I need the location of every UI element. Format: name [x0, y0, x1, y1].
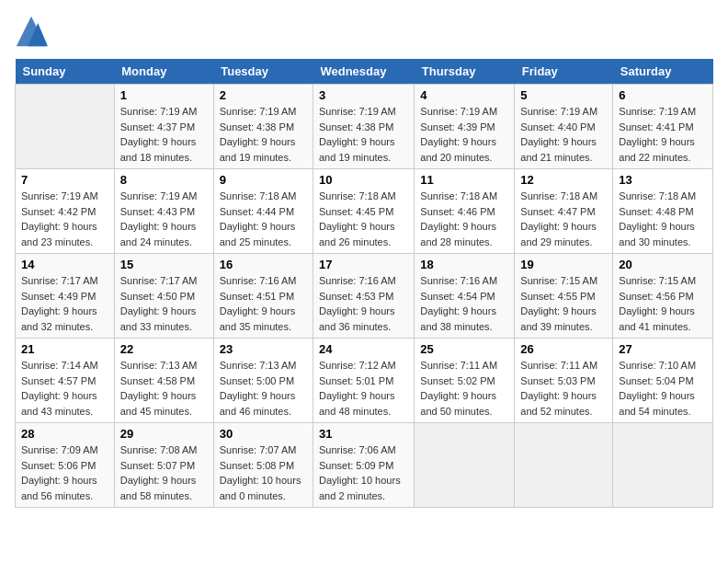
header-cell-saturday: Saturday [613, 59, 713, 85]
day-number: 21 [21, 342, 108, 356]
day-cell: 12Sunrise: 7:18 AMSunset: 4:47 PMDayligh… [515, 169, 613, 254]
day-number: 10 [319, 173, 408, 187]
day-number: 7 [21, 173, 108, 187]
logo [15, 15, 51, 48]
week-row-2: 7Sunrise: 7:19 AMSunset: 4:42 PMDaylight… [16, 169, 713, 254]
day-info: Sunrise: 7:11 AMSunset: 5:03 PMDaylight:… [520, 358, 607, 419]
day-cell: 29Sunrise: 7:08 AMSunset: 5:07 PMDayligh… [114, 423, 213, 508]
header [15, 15, 713, 48]
day-cell: 25Sunrise: 7:11 AMSunset: 5:02 PMDayligh… [415, 339, 515, 423]
day-cell: 8Sunrise: 7:19 AMSunset: 4:43 PMDaylight… [114, 169, 213, 254]
day-number: 15 [120, 258, 208, 271]
day-number: 27 [619, 342, 707, 356]
day-info: Sunrise: 7:12 AMSunset: 5:01 PMDaylight:… [319, 358, 408, 419]
day-cell: 28Sunrise: 7:09 AMSunset: 5:06 PMDayligh… [16, 423, 115, 508]
header-cell-wednesday: Wednesday [313, 59, 414, 85]
day-cell: 16Sunrise: 7:16 AMSunset: 4:51 PMDayligh… [213, 254, 313, 339]
day-info: Sunrise: 7:13 AMSunset: 5:00 PMDaylight:… [220, 358, 307, 419]
day-cell: 2Sunrise: 7:19 AMSunset: 4:38 PMDaylight… [213, 85, 313, 169]
calendar-table: SundayMondayTuesdayWednesdayThursdayFrid… [15, 59, 713, 508]
day-info: Sunrise: 7:18 AMSunset: 4:47 PMDaylight:… [520, 189, 607, 249]
day-number: 29 [120, 427, 208, 441]
week-row-5: 28Sunrise: 7:09 AMSunset: 5:06 PMDayligh… [16, 423, 713, 508]
day-cell: 31Sunrise: 7:06 AMSunset: 5:09 PMDayligh… [313, 423, 414, 508]
day-number: 24 [319, 342, 408, 356]
day-cell [515, 423, 613, 508]
day-number: 26 [520, 342, 607, 356]
day-number: 1 [120, 88, 208, 102]
day-info: Sunrise: 7:16 AMSunset: 4:54 PMDaylight:… [420, 273, 508, 334]
day-cell: 15Sunrise: 7:17 AMSunset: 4:50 PMDayligh… [114, 254, 213, 339]
day-cell: 6Sunrise: 7:19 AMSunset: 4:41 PMDaylight… [613, 85, 713, 169]
day-number: 14 [21, 258, 108, 271]
day-number: 28 [21, 427, 108, 441]
day-cell: 5Sunrise: 7:19 AMSunset: 4:40 PMDaylight… [515, 85, 613, 169]
day-number: 12 [520, 173, 607, 187]
day-info: Sunrise: 7:15 AMSunset: 4:56 PMDaylight:… [619, 273, 707, 334]
day-cell: 4Sunrise: 7:19 AMSunset: 4:39 PMDaylight… [415, 85, 515, 169]
day-cell: 19Sunrise: 7:15 AMSunset: 4:55 PMDayligh… [515, 254, 613, 339]
day-info: Sunrise: 7:18 AMSunset: 4:45 PMDaylight:… [319, 189, 408, 249]
day-info: Sunrise: 7:08 AMSunset: 5:07 PMDaylight:… [120, 442, 208, 503]
day-info: Sunrise: 7:15 AMSunset: 4:55 PMDaylight:… [520, 273, 607, 334]
day-cell: 21Sunrise: 7:14 AMSunset: 4:57 PMDayligh… [16, 339, 115, 423]
day-number: 23 [220, 342, 307, 356]
logo-icon [15, 15, 48, 48]
day-cell: 11Sunrise: 7:18 AMSunset: 4:46 PMDayligh… [415, 169, 515, 254]
day-number: 6 [619, 88, 707, 102]
week-row-3: 14Sunrise: 7:17 AMSunset: 4:49 PMDayligh… [16, 254, 713, 339]
day-number: 5 [520, 88, 607, 102]
day-info: Sunrise: 7:19 AMSunset: 4:39 PMDaylight:… [420, 104, 508, 165]
day-cell: 14Sunrise: 7:17 AMSunset: 4:49 PMDayligh… [16, 254, 115, 339]
day-cell: 18Sunrise: 7:16 AMSunset: 4:54 PMDayligh… [415, 254, 515, 339]
day-cell: 27Sunrise: 7:10 AMSunset: 5:04 PMDayligh… [613, 339, 713, 423]
day-info: Sunrise: 7:10 AMSunset: 5:04 PMDaylight:… [619, 358, 707, 419]
day-info: Sunrise: 7:16 AMSunset: 4:53 PMDaylight:… [319, 273, 408, 334]
day-cell: 26Sunrise: 7:11 AMSunset: 5:03 PMDayligh… [515, 339, 613, 423]
day-cell: 13Sunrise: 7:18 AMSunset: 4:48 PMDayligh… [613, 169, 713, 254]
day-info: Sunrise: 7:17 AMSunset: 4:50 PMDaylight:… [120, 273, 208, 334]
day-number: 25 [420, 342, 508, 356]
day-number: 11 [420, 173, 508, 187]
day-info: Sunrise: 7:07 AMSunset: 5:08 PMDaylight:… [220, 442, 307, 503]
day-info: Sunrise: 7:09 AMSunset: 5:06 PMDaylight:… [21, 442, 108, 503]
day-cell: 22Sunrise: 7:13 AMSunset: 4:58 PMDayligh… [114, 339, 213, 423]
day-info: Sunrise: 7:19 AMSunset: 4:37 PMDaylight:… [120, 104, 208, 165]
day-number: 13 [619, 173, 707, 187]
day-cell: 9Sunrise: 7:18 AMSunset: 4:44 PMDaylight… [213, 169, 313, 254]
day-cell [415, 423, 515, 508]
day-number: 20 [619, 258, 707, 271]
day-number: 18 [420, 258, 508, 271]
day-info: Sunrise: 7:19 AMSunset: 4:40 PMDaylight:… [520, 104, 607, 165]
day-info: Sunrise: 7:19 AMSunset: 4:43 PMDaylight:… [120, 189, 208, 249]
header-cell-friday: Friday [515, 59, 613, 85]
header-cell-sunday: Sunday [16, 59, 115, 85]
day-number: 22 [120, 342, 208, 356]
day-number: 4 [420, 88, 508, 102]
day-number: 3 [319, 88, 408, 102]
day-info: Sunrise: 7:17 AMSunset: 4:49 PMDaylight:… [21, 273, 108, 334]
header-row: SundayMondayTuesdayWednesdayThursdayFrid… [16, 59, 713, 85]
header-cell-tuesday: Tuesday [213, 59, 313, 85]
day-info: Sunrise: 7:11 AMSunset: 5:02 PMDaylight:… [420, 358, 508, 419]
day-info: Sunrise: 7:19 AMSunset: 4:38 PMDaylight:… [220, 104, 307, 165]
day-cell [16, 85, 115, 169]
day-cell: 17Sunrise: 7:16 AMSunset: 4:53 PMDayligh… [313, 254, 414, 339]
day-info: Sunrise: 7:16 AMSunset: 4:51 PMDaylight:… [220, 273, 307, 334]
day-number: 8 [120, 173, 208, 187]
header-cell-thursday: Thursday [415, 59, 515, 85]
day-number: 17 [319, 258, 408, 271]
day-number: 2 [220, 88, 307, 102]
day-info: Sunrise: 7:19 AMSunset: 4:42 PMDaylight:… [21, 189, 108, 249]
week-row-1: 1Sunrise: 7:19 AMSunset: 4:37 PMDaylight… [16, 85, 713, 169]
day-cell: 20Sunrise: 7:15 AMSunset: 4:56 PMDayligh… [613, 254, 713, 339]
day-cell: 1Sunrise: 7:19 AMSunset: 4:37 PMDaylight… [114, 85, 213, 169]
day-cell: 30Sunrise: 7:07 AMSunset: 5:08 PMDayligh… [213, 423, 313, 508]
day-cell: 10Sunrise: 7:18 AMSunset: 4:45 PMDayligh… [313, 169, 414, 254]
day-info: Sunrise: 7:13 AMSunset: 4:58 PMDaylight:… [120, 358, 208, 419]
day-number: 19 [520, 258, 607, 271]
day-number: 30 [220, 427, 307, 441]
day-info: Sunrise: 7:18 AMSunset: 4:46 PMDaylight:… [420, 189, 508, 249]
header-cell-monday: Monday [114, 59, 213, 85]
day-cell: 23Sunrise: 7:13 AMSunset: 5:00 PMDayligh… [213, 339, 313, 423]
